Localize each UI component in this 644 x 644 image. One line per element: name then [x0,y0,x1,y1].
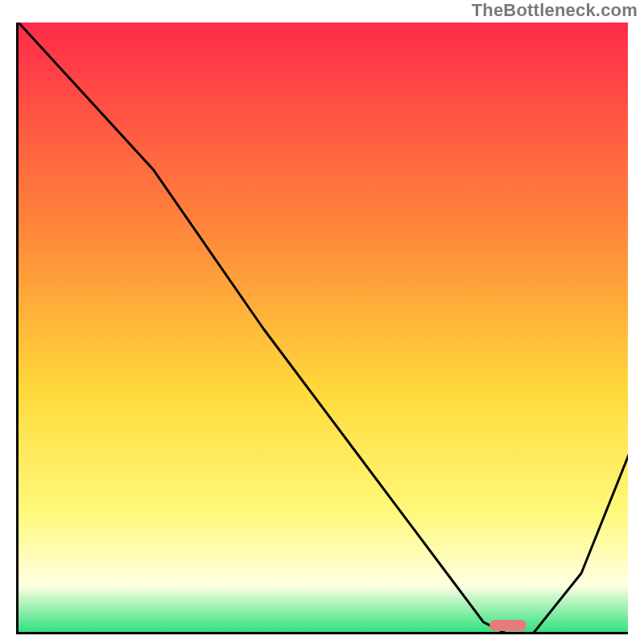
chart-svg [19,23,628,634]
gradient-background [19,23,628,634]
watermark-text: TheBottleneck.com [472,0,638,21]
chart-plot-area [16,23,628,634]
optimum-marker [489,620,526,631]
